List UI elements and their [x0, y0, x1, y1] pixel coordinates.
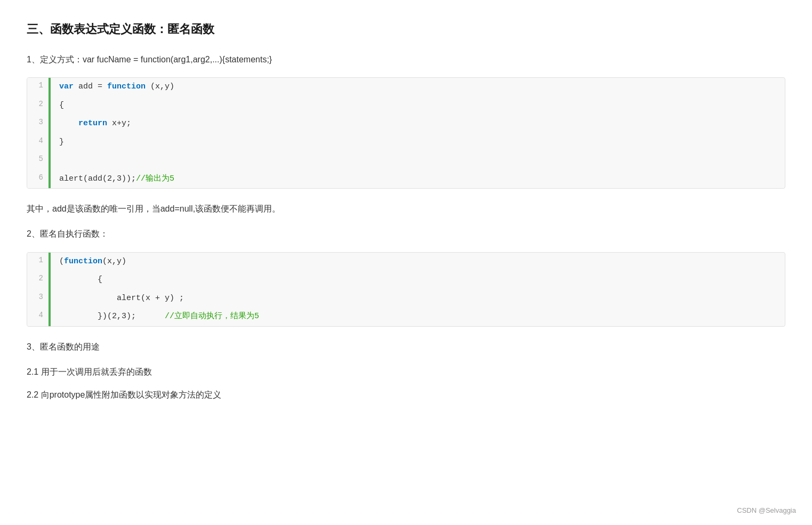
line-num-1-5: 5: [27, 151, 49, 170]
code-line-1-6: 6 alert(add(2,3));//输出为5: [27, 170, 785, 189]
line-content-1-5: [59, 151, 64, 170]
comment-1: //输出为5: [136, 174, 174, 183]
code-block-1: 1 var add = function (x,y) 2 { 3 return …: [27, 77, 785, 189]
line-content-1-2: {: [59, 96, 64, 115]
code-line-1-2: 2 {: [27, 96, 785, 115]
line-bar-2-4: [49, 308, 51, 326]
line-bar-1-4: [49, 133, 51, 152]
line-bar-1-2: [49, 96, 51, 115]
line-bar-1-3: [49, 115, 51, 133]
line-bar-1-5: [49, 151, 51, 170]
line-content-2-4: })(2,3); //立即自动执行，结果为5: [59, 308, 259, 326]
code-block-2: 1 (function(x,y) 2 { 3 alert(x + y) ; 4 …: [27, 252, 785, 327]
line-bar-2-1: [49, 253, 51, 271]
note1: 其中，add是该函数的唯一引用，当add=null,该函数便不能再调用。: [27, 201, 785, 216]
section3-label: 3、匿名函数的用途: [27, 340, 785, 354]
line-content-2-2: {: [59, 271, 102, 289]
code-line-2-3: 3 alert(x + y) ;: [27, 289, 785, 308]
line-num-1-6: 6: [27, 170, 49, 189]
keyword-function-2: function: [64, 257, 102, 266]
line-num-2-1: 1: [27, 253, 49, 271]
keyword-var: var: [59, 82, 74, 91]
line-bar-2-3: [49, 289, 51, 308]
line-bar-1-6: [49, 170, 51, 189]
line-content-2-1: (function(x,y): [59, 253, 126, 271]
keyword-return: return: [78, 119, 107, 128]
line-num-2-4: 4: [27, 308, 49, 326]
line-content-1-3: return x+y;: [59, 115, 131, 133]
line-num-2-2: 2: [27, 271, 49, 289]
section1-label: 1、定义方式：var fucName = function(arg1,arg2,…: [27, 52, 785, 67]
line-content-2-3: alert(x + y) ;: [59, 289, 184, 308]
code-line-2-2: 2 {: [27, 271, 785, 289]
code-line-1-4: 4 }: [27, 133, 785, 152]
line-num-1-3: 3: [27, 115, 49, 133]
line-content-1-1: var add = function (x,y): [59, 78, 174, 96]
point1-label: 2.1 用于一次调用后就丢弃的函数: [27, 365, 785, 379]
code-line-1-3: 3 return x+y;: [27, 115, 785, 133]
line-num-1-1: 1: [27, 78, 49, 96]
code-line-1-5: 5: [27, 151, 785, 170]
code-line-2-1: 1 (function(x,y): [27, 253, 785, 271]
code-line-1-1: 1 var add = function (x,y): [27, 78, 785, 96]
point2-label: 2.2 向prototype属性附加函数以实现对象方法的定义: [27, 387, 785, 402]
line-num-1-2: 2: [27, 96, 49, 115]
watermark: CSDN @Selvaggia: [737, 506, 796, 514]
page-title: 三、函数表达式定义函数：匿名函数: [27, 21, 785, 37]
line-num-2-3: 3: [27, 289, 49, 308]
line-content-1-4: }: [59, 133, 64, 152]
section2-label: 2、匿名自执行函数：: [27, 227, 785, 241]
line-bar-1-1: [49, 78, 51, 96]
line-bar-2-2: [49, 271, 51, 289]
line-num-1-4: 4: [27, 133, 49, 152]
code-line-2-4: 4 })(2,3); //立即自动执行，结果为5: [27, 308, 785, 326]
line-content-1-6: alert(add(2,3));//输出为5: [59, 170, 174, 189]
comment-2: //立即自动执行，结果为5: [165, 312, 259, 321]
keyword-function: function: [107, 82, 146, 91]
